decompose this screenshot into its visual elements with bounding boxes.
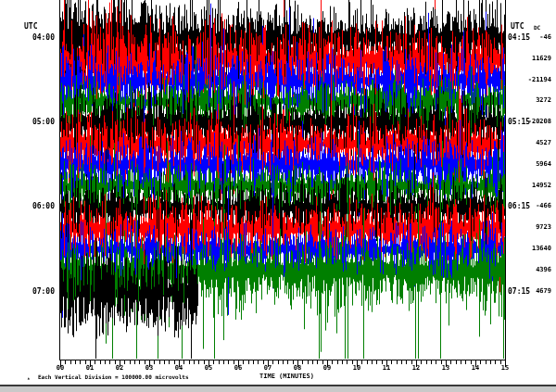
x-axis-tick-label: 15 [496, 365, 514, 372]
dc-offset-value: -46 [515, 34, 551, 41]
dc-offset-value: 9723 [515, 224, 551, 231]
left-utc-header: UTC [24, 23, 37, 31]
dc-offset-value: 4527 [515, 140, 551, 146]
dc-offset-value: 14952 [515, 183, 551, 189]
x-axis-title: TIME (MINUTES) [259, 373, 314, 380]
footnote-marker-icon: ▴ [27, 375, 31, 381]
helicorder-plot-canvas [0, 0, 556, 392]
left-time-label: 07:00 [28, 288, 55, 296]
dc-column-header: DC [534, 25, 540, 31]
x-axis-tick-label: 03 [140, 365, 158, 372]
x-axis-tick-label: 14 [466, 365, 485, 372]
dc-offset-value: -20208 [515, 119, 551, 125]
x-axis-tick-label: 00 [51, 365, 70, 372]
left-time-label: 06:00 [28, 203, 55, 210]
dc-offset-value: -466 [515, 203, 551, 209]
x-axis-tick-label: 04 [170, 365, 188, 372]
x-axis-tick-label: 05 [199, 365, 218, 372]
x-axis-tick-label: 09 [318, 365, 336, 372]
x-axis-tick-label: 07 [259, 365, 277, 372]
dc-offset-value: 13640 [515, 246, 551, 252]
right-utc-header: UTC [511, 23, 524, 31]
x-axis-tick-label: 08 [288, 365, 307, 372]
webicorder-screen: UTC UTC DC 04:0005:0006:0007:0004:1505:1… [0, 0, 556, 392]
x-axis-tick-label: 02 [110, 365, 129, 372]
dc-offset-value: 4679 [515, 288, 551, 295]
x-axis-tick-label: 06 [229, 365, 247, 372]
footnote-text: Each Vertical Division = 100000.00 micro… [38, 374, 189, 380]
dc-offset-value: 3272 [515, 97, 551, 104]
x-axis-tick-label: 13 [436, 365, 455, 372]
dc-offset-value: 11629 [515, 56, 551, 62]
dc-offset-value: 4396 [515, 267, 551, 273]
x-axis-tick-label: 12 [407, 365, 425, 372]
x-axis-tick-label: 11 [377, 365, 396, 372]
x-axis-tick-label: 01 [81, 365, 99, 372]
x-axis-tick-label: 10 [348, 365, 366, 372]
left-time-label: 05:00 [28, 119, 55, 126]
dc-offset-value: 5964 [515, 161, 551, 168]
dc-offset-value: -21194 [515, 77, 551, 83]
left-time-label: 04:00 [28, 34, 55, 42]
